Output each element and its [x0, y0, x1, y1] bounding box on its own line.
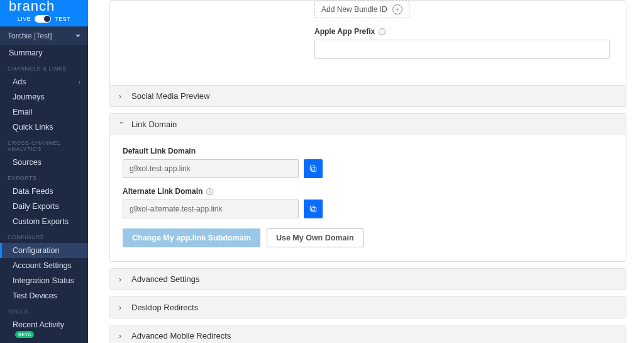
- sidebar-heading: CHANNELS & LINKS: [0, 60, 88, 74]
- app-selector-label: Torchie [Test]: [8, 31, 52, 40]
- sidebar-item-ads[interactable]: Ads ›: [0, 74, 88, 89]
- add-bundle-button[interactable]: Add New Bundle ID +: [314, 1, 409, 18]
- advanced-settings-card: › Advanced Settings: [109, 268, 626, 290]
- general-card: Add New Bundle ID + Apple App Prefix i ›…: [109, 0, 626, 107]
- sidebar-item-label: Sources: [13, 158, 42, 167]
- sidebar-heading: EXPORTS: [0, 170, 88, 184]
- env-test-label: TEST: [55, 16, 70, 22]
- sidebar-item-email[interactable]: Email: [0, 104, 88, 120]
- desktop-redirects-header[interactable]: › Desktop Redirects: [110, 297, 626, 318]
- sidebar-item-label: Quick Links: [13, 123, 53, 132]
- copy-icon: [309, 164, 318, 173]
- default-link-domain-input[interactable]: [123, 159, 299, 178]
- chevron-right-icon: ›: [119, 303, 125, 312]
- sidebar-heading: CROSS-CHANNEL ANALYTICS: [0, 135, 88, 155]
- svg-rect-3: [310, 206, 314, 210]
- section-title: Desktop Redirects: [131, 303, 198, 312]
- copy-default-domain-button[interactable]: [304, 159, 323, 178]
- app-selector[interactable]: Torchie [Test]: [0, 26, 88, 45]
- sidebar-item-data-feeds[interactable]: Data Feeds: [0, 184, 88, 199]
- sidebar-item-account-settings[interactable]: Account Settings: [0, 258, 88, 273]
- chevron-right-icon: ›: [79, 79, 80, 86]
- link-domain-card: › Link Domain Default Link Domain: [109, 113, 626, 262]
- sidebar-heading: CONFIGURE: [0, 229, 88, 243]
- sidebar-item-sources[interactable]: Sources: [0, 155, 88, 170]
- sidebar-item-quick-links[interactable]: Quick Links: [0, 120, 88, 135]
- alternate-link-domain-label: Alternate Link Domain i: [123, 187, 613, 196]
- apple-prefix-input[interactable]: [314, 40, 610, 59]
- sidebar-item-label: Test Devices: [13, 291, 57, 300]
- sidebar-item-daily-exports[interactable]: Daily Exports: [0, 199, 88, 214]
- sidebar-item-custom-exports[interactable]: Custom Exports: [0, 214, 88, 229]
- sidebar-item-recent-activity[interactable]: Recent Activity BETA: [0, 317, 88, 341]
- beta-badge: BETA: [15, 331, 34, 338]
- use-own-domain-button[interactable]: Use My Own Domain: [267, 228, 364, 247]
- sidebar-item-label: Summary: [9, 48, 42, 57]
- svg-rect-2: [312, 208, 316, 212]
- sidebar-item-label: Account Settings: [13, 261, 72, 270]
- sidebar-item-label: Data Feeds: [13, 187, 53, 196]
- desktop-redirects-card: › Desktop Redirects: [109, 296, 626, 318]
- section-title: Advanced Settings: [131, 274, 199, 284]
- sidebar-heading: TOOLS: [0, 303, 88, 317]
- change-subdomain-button[interactable]: Change My app.link Subdomain: [123, 228, 260, 247]
- add-bundle-label: Add New Bundle ID: [321, 5, 387, 14]
- svg-rect-0: [312, 167, 316, 172]
- sidebar-item-label: Journeys: [13, 93, 45, 101]
- section-title: Advanced Mobile Redirects: [131, 331, 231, 340]
- sidebar-item-label: Ads: [13, 77, 26, 86]
- svg-rect-1: [310, 166, 314, 170]
- sidebar-item-label: Email: [13, 108, 32, 116]
- apple-prefix-label: Apple App Prefix i: [314, 27, 613, 36]
- sidebar-item-summary[interactable]: Summary: [0, 45, 88, 60]
- brand-logo: branch: [0, 0, 88, 14]
- chevron-down-icon: ›: [118, 121, 126, 128]
- social-media-preview-header[interactable]: › Social Media Preview: [110, 85, 626, 106]
- advanced-settings-header[interactable]: › Advanced Settings: [110, 269, 626, 290]
- sidebar-item-label: Daily Exports: [13, 202, 59, 211]
- env-toggle-row: LIVE TEST: [0, 14, 88, 26]
- section-title: Social Media Preview: [131, 91, 209, 101]
- sidebar-item-journeys[interactable]: Journeys: [0, 89, 88, 104]
- plus-circle-icon: +: [392, 4, 402, 14]
- chevron-right-icon: ›: [119, 332, 125, 340]
- copy-alternate-domain-button[interactable]: [304, 200, 323, 218]
- env-toggle[interactable]: [35, 15, 51, 23]
- env-live-label: LIVE: [18, 16, 31, 22]
- sidebar-item-label: Custom Exports: [13, 217, 69, 226]
- copy-icon: [309, 205, 318, 213]
- section-title: Link Domain: [131, 120, 177, 129]
- sidebar-item-integration-status[interactable]: Integration Status: [0, 273, 88, 288]
- caret-down-icon: [75, 35, 80, 37]
- sidebar-item-label: Recent Activity BETA: [13, 320, 80, 338]
- main-content: Add New Bundle ID + Apple App Prefix i ›…: [88, 0, 644, 343]
- advanced-mobile-redirects-card: › Advanced Mobile Redirects: [109, 325, 626, 343]
- sidebar-item-label: Configuration: [13, 246, 59, 255]
- sidebar-item-test-devices[interactable]: Test Devices: [0, 288, 88, 303]
- default-link-domain-label: Default Link Domain: [123, 147, 613, 155]
- info-icon[interactable]: i: [379, 28, 386, 35]
- advanced-mobile-redirects-header[interactable]: › Advanced Mobile Redirects: [110, 325, 626, 343]
- chevron-right-icon: ›: [119, 275, 125, 284]
- sidebar: branch LIVE TEST Torchie [Test] Summary …: [0, 0, 88, 343]
- sidebar-item-label: Integration Status: [13, 276, 74, 285]
- link-domain-header[interactable]: › Link Domain: [110, 114, 626, 135]
- chevron-right-icon: ›: [119, 92, 125, 101]
- sidebar-item-configuration[interactable]: Configuration: [0, 243, 88, 258]
- info-icon[interactable]: i: [206, 188, 213, 195]
- alternate-link-domain-input[interactable]: [123, 200, 299, 218]
